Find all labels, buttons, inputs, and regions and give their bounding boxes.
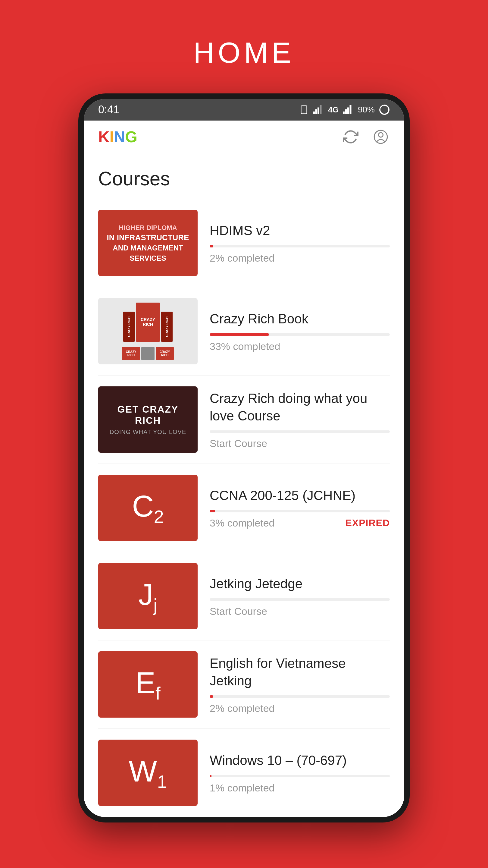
- svg-rect-6: [343, 112, 345, 114]
- battery-icon: [379, 104, 390, 115]
- status-time: 0:41: [98, 103, 119, 116]
- course-item-crazy-rich-book[interactable]: CRAZY RICH CRAZY RICH CRAZY RICH CRA: [98, 287, 390, 375]
- course-item-jetking[interactable]: Jj Jetking Jetedge Start Course: [98, 552, 390, 641]
- course-name-english: English for Vietnamese Jetking: [210, 655, 390, 689]
- courses-section-title: Courses: [98, 153, 390, 199]
- svg-rect-4: [318, 107, 319, 115]
- progress-text-crazy-rich-course: Start Course: [210, 438, 390, 450]
- course-thumb-crazy-rich: CRAZY RICH CRAZY RICH CRAZY RICH CRA: [98, 298, 198, 364]
- thumb-letter-windows: W1: [129, 754, 167, 792]
- hdims-thumb-text: HIGHER DIPLOMA IN INFRASTRUCTURE AND MAN…: [107, 222, 189, 263]
- logo-k: K: [98, 128, 110, 146]
- progress-text-crazy-rich-book: 33% completed: [210, 341, 390, 352]
- progress-text-hdims: 2% completed: [210, 252, 390, 264]
- course-item-english[interactable]: Ef English for Vietnamese Jetking 2% com…: [98, 641, 390, 729]
- course-name-crazy-rich-course: Crazy Rich doing what you love Course: [210, 390, 390, 424]
- signal-icon-2: [343, 105, 354, 115]
- progress-row-ccna: 3% completed EXPIRED: [210, 517, 390, 529]
- progress-fill-hdims: [210, 245, 213, 247]
- phone-mockup: 0:41 4G 90%: [78, 93, 410, 823]
- svg-rect-0: [301, 106, 307, 114]
- thumb-letter-ccna: C2: [132, 489, 164, 527]
- svg-point-12: [378, 132, 383, 137]
- course-info-crazy-rich-course: Crazy Rich doing what you love Course St…: [210, 390, 390, 449]
- thumb-letter-english: Ef: [135, 665, 160, 704]
- progress-text-ccna: 3% completed: [210, 517, 274, 529]
- progress-fill-crazy-rich-book: [210, 333, 269, 336]
- progress-fill-english: [210, 695, 213, 698]
- course-item-ccna[interactable]: C2 CCNA 200-125 (JCHNE) 3% completed EXP…: [98, 464, 390, 552]
- progress-text-english: 2% completed: [210, 703, 390, 714]
- network-type: 4G: [328, 105, 338, 115]
- course-name-crazy-rich-book: Crazy Rich Book: [210, 310, 390, 327]
- svg-rect-5: [320, 105, 322, 114]
- svg-rect-3: [315, 110, 317, 115]
- gc-title: GET CRAZY RICH: [104, 404, 192, 426]
- svg-rect-8: [347, 107, 349, 115]
- tablet-icon: [299, 105, 309, 115]
- progress-bar-windows: [210, 775, 390, 777]
- progress-fill-windows: [210, 775, 212, 777]
- course-item-crazy-rich-course[interactable]: GET CRAZY RICH DOING WHAT YOU LOVE Crazy…: [98, 375, 390, 464]
- gc-sub: DOING WHAT YOU LOVE: [110, 429, 187, 435]
- course-thumb-hdims: HIGHER DIPLOMA IN INFRASTRUCTURE AND MAN…: [98, 210, 198, 276]
- course-thumb-get-crazy: GET CRAZY RICH DOING WHAT YOU LOVE: [98, 386, 198, 453]
- progress-bar-ccna: [210, 510, 390, 513]
- course-item-windows[interactable]: W1 Windows 10 – (70-697) 1% completed: [98, 729, 390, 817]
- course-info-crazy-rich-book: Crazy Rich Book 33% completed: [210, 310, 390, 352]
- status-bar: 0:41 4G 90%: [84, 99, 404, 121]
- progress-bar-hdims: [210, 245, 390, 247]
- courses-content: Courses HIGHER DIPLOMA IN INFRASTRUCTURE…: [84, 153, 404, 817]
- progress-bar-english: [210, 695, 390, 698]
- progress-fill-ccna: [210, 510, 215, 513]
- signal-icon: [313, 105, 324, 115]
- logo-i: I: [110, 128, 114, 146]
- svg-rect-9: [350, 105, 351, 114]
- header-icons: [341, 128, 390, 146]
- status-icons: 4G 90%: [299, 104, 390, 115]
- battery-percent: 90%: [358, 105, 375, 115]
- course-info-hdims: HDIMS v2 2% completed: [210, 222, 390, 264]
- app-logo: KING: [98, 128, 137, 146]
- course-name-windows: Windows 10 – (70-697): [210, 752, 390, 769]
- progress-text-windows: 1% completed: [210, 782, 390, 794]
- course-thumb-english: Ef: [98, 651, 198, 718]
- progress-bar-jetking: [210, 598, 390, 601]
- logo-n: N: [114, 128, 125, 146]
- thumb-letter-jetking: Jj: [138, 577, 157, 615]
- course-info-ccna: CCNA 200-125 (JCHNE) 3% completed EXPIRE…: [210, 487, 390, 529]
- app-header: KING: [84, 121, 404, 153]
- user-profile-button[interactable]: [372, 128, 390, 146]
- refresh-button[interactable]: [341, 128, 360, 146]
- course-thumb-windows: W1: [98, 740, 198, 806]
- expired-badge-ccna: EXPIRED: [346, 518, 390, 529]
- page-title: HOME: [193, 36, 295, 69]
- course-thumb-ccna: C2: [98, 475, 198, 541]
- progress-text-jetking: Start Course: [210, 606, 390, 617]
- svg-rect-2: [313, 112, 315, 114]
- course-info-jetking: Jetking Jetedge Start Course: [210, 575, 390, 617]
- course-info-english: English for Vietnamese Jetking 2% comple…: [210, 655, 390, 714]
- progress-bar-crazy-rich-book: [210, 333, 390, 336]
- course-thumb-jetking: Jj: [98, 563, 198, 629]
- progress-bar-crazy-rich-course: [210, 430, 390, 433]
- course-info-windows: Windows 10 – (70-697) 1% completed: [210, 752, 390, 794]
- logo-g: G: [125, 128, 137, 146]
- svg-point-1: [304, 112, 304, 113]
- course-name-hdims: HDIMS v2: [210, 222, 390, 239]
- course-name-ccna: CCNA 200-125 (JCHNE): [210, 487, 390, 504]
- course-list: HIGHER DIPLOMA IN INFRASTRUCTURE AND MAN…: [98, 199, 390, 817]
- course-name-jetking: Jetking Jetedge: [210, 575, 390, 592]
- course-item-hdims[interactable]: HIGHER DIPLOMA IN INFRASTRUCTURE AND MAN…: [98, 199, 390, 287]
- svg-rect-7: [345, 110, 347, 115]
